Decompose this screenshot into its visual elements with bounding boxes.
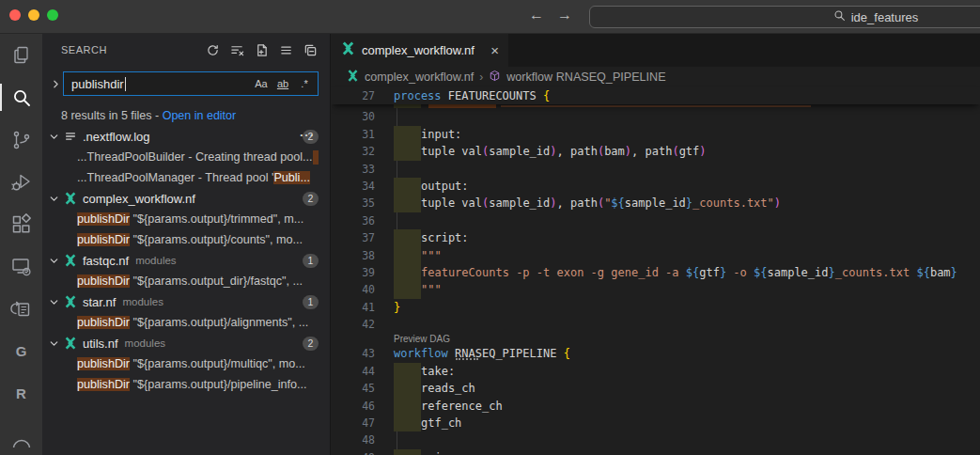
indent-highlight <box>394 195 421 212</box>
view-as-list-icon[interactable] <box>278 42 294 58</box>
chevron-down-icon[interactable] <box>46 131 61 143</box>
code-token: sample_id <box>489 145 550 158</box>
indent-highlight <box>394 415 421 431</box>
activity-bar: GR <box>0 34 42 455</box>
sticky-scroll-line[interactable]: 27 process FEATURECOUNTS { <box>332 87 980 104</box>
clear-search-results-icon[interactable] <box>229 42 245 58</box>
activity-run-debug-icon[interactable] <box>0 161 42 203</box>
indent-guide <box>397 161 397 178</box>
code-token: ${ <box>686 266 699 279</box>
search-sidebar: SEARCH publishdir Aa ab .* ··· 8 results… <box>42 34 331 455</box>
code-line: 38""" <box>332 247 980 264</box>
collapse-all-icon[interactable] <box>303 42 319 58</box>
activity-explorer-icon[interactable] <box>0 34 42 76</box>
code-editor[interactable]: 27 process FEATURECOUNTS { 3031input:32t… <box>332 87 980 455</box>
title-bar: ← → ide_features <box>0 0 980 34</box>
text-caret <box>125 77 126 91</box>
search-result-row[interactable]: ...ThreadPoolBuilder - Creating thread p… <box>42 147 330 167</box>
search-result-row[interactable]: publishDir "${params.output}/pipeline_in… <box>42 374 330 395</box>
indent-guide <box>397 431 397 448</box>
forward-button[interactable]: → <box>557 7 572 24</box>
file-row-fastqc.nf[interactable]: fastqc.nfmodules1 <box>42 250 330 271</box>
line-number: 33 <box>332 161 386 178</box>
activity-bottom-partial-icon[interactable] <box>0 415 42 455</box>
search-result-row[interactable]: publishDir "${params.output}/counts", mo… <box>42 229 330 250</box>
toggle-replace-chevron[interactable] <box>48 78 63 90</box>
code-token: -o <box>726 266 754 279</box>
code-token: , path <box>557 145 598 158</box>
activity-r-lang-icon[interactable]: R <box>0 372 42 415</box>
regex-button[interactable]: .* <box>295 75 314 93</box>
result-text: "${params.output}/multiqc", mo... <box>130 357 305 370</box>
nextflow-icon <box>347 70 359 85</box>
code-line: 31input: <box>332 126 980 143</box>
match-case-button[interactable]: Aa <box>252 75 271 93</box>
search-result-row[interactable]: publishDir "${params.output}/alignments"… <box>42 312 330 333</box>
code-token: { <box>543 89 550 102</box>
activity-source-control-icon[interactable] <box>0 118 42 161</box>
file-row-utils.nf[interactable]: utils.nfmodules2 <box>42 333 330 353</box>
activity-docs-sync-icon[interactable] <box>0 288 42 330</box>
result-text: "${params.output}/alignments", ... <box>130 316 308 329</box>
code-token: input: <box>421 128 461 141</box>
activity-search-icon[interactable] <box>0 76 42 118</box>
code-token: bam <box>604 145 625 158</box>
search-result-row[interactable]: publishDir "${params.output}/multiqc", m… <box>42 353 330 374</box>
indent-highlight <box>394 398 421 415</box>
activity-extensions-icon[interactable] <box>0 203 42 245</box>
file-row-.nextflow.log[interactable]: .nextflow.log2 <box>42 126 330 147</box>
tab-complex-workflow[interactable]: complex_workflow.nf × <box>332 34 508 67</box>
file-description: modules <box>122 296 163 307</box>
breadcrumb-symbol[interactable]: workflow RNASEQ_PIPELINE <box>506 71 665 84</box>
result-text: "${params.output_dir}/fastqc", ... <box>130 275 303 288</box>
file-row-complex_workflow.nf[interactable]: complex_workflow.nf2 <box>42 188 330 209</box>
back-button[interactable]: ← <box>529 7 544 24</box>
code-token: _counts.txt <box>835 266 917 279</box>
zoom-button[interactable] <box>47 9 58 21</box>
close-icon[interactable]: × <box>490 43 499 57</box>
breadcrumb-file[interactable]: complex_workflow.nf <box>365 71 474 84</box>
line-number: 49 <box>332 449 386 455</box>
code-token: ) <box>774 196 781 210</box>
minimize-button[interactable] <box>28 9 39 21</box>
tab-label: complex_workflow.nf <box>362 43 474 57</box>
search-result-row[interactable]: ...ThreadPoolManager - Thread pool 'Publ… <box>42 167 330 188</box>
file-row-star.nf[interactable]: star.nfmodules1 <box>42 291 330 312</box>
chevron-down-icon[interactable] <box>46 193 61 205</box>
command-center-search[interactable]: ide_features <box>589 6 980 28</box>
chevron-down-icon[interactable] <box>46 296 61 308</box>
chevron-down-icon[interactable] <box>46 255 61 267</box>
activity-gitlens-icon[interactable]: G <box>0 330 42 372</box>
code-token: output: <box>421 180 469 193</box>
match-highlight: Publi... <box>273 171 310 184</box>
activity-remote-explorer-icon[interactable] <box>0 245 42 288</box>
chevron-down-icon[interactable] <box>46 337 61 350</box>
close-button[interactable] <box>9 9 21 21</box>
line-number: 40 <box>332 281 386 298</box>
code-token: tuple val <box>421 196 482 210</box>
indent-highlight <box>394 126 421 143</box>
result-count-badge: 1 <box>303 254 319 268</box>
line-number: 27 <box>332 87 386 104</box>
search-result-row[interactable]: publishDir "${params.output_dir}/fastqc"… <box>42 271 330 291</box>
open-in-editor-link[interactable]: Open in editor <box>163 109 237 122</box>
line-number: 37 <box>332 229 386 246</box>
search-input[interactable]: publishdir Aa ab .* <box>63 71 319 96</box>
result-text: "${params.output}/counts", mo... <box>130 233 303 246</box>
line-number: 46 <box>332 398 386 415</box>
line-number: 36 <box>332 212 386 229</box>
codelens-preview-dag[interactable]: Preview DAG <box>394 333 980 345</box>
whole-word-button[interactable]: ab <box>273 75 292 93</box>
match-highlight: publishDir <box>77 316 130 329</box>
result-text: "${params.output}/pipeline_info... <box>130 378 307 391</box>
code-token: sample_id <box>489 196 550 210</box>
code-token: ) <box>550 196 556 210</box>
refresh-icon[interactable] <box>205 42 221 58</box>
match-highlight: publishDir <box>77 233 130 246</box>
traffic-lights <box>9 9 58 21</box>
open-new-search-editor-icon[interactable] <box>254 42 270 58</box>
search-icon <box>833 9 846 24</box>
toggle-search-details-button[interactable]: ··· <box>300 132 315 139</box>
code-token: ${ <box>754 266 767 279</box>
search-result-row[interactable]: publishDir "${params.output}/trimmed", m… <box>42 209 330 229</box>
